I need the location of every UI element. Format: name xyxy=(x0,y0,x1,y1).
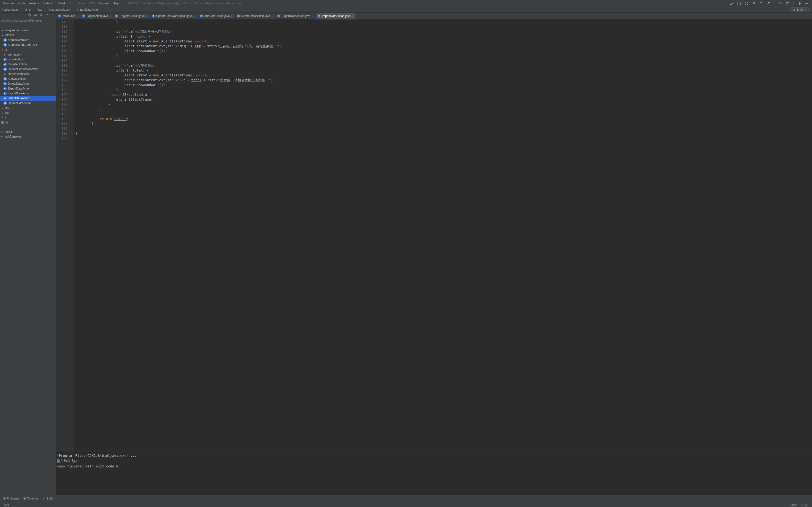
class-icon: C xyxy=(1,121,4,124)
tree-node-0[interactable]: ▸huajianquan.sims xyxy=(0,28,56,33)
tree-node-19[interactable]: Cain xyxy=(0,120,56,125)
package-icon: ▸ xyxy=(3,53,7,56)
locate-icon[interactable] xyxy=(28,13,31,17)
tree-node-14[interactable]: CSelectDataAction xyxy=(0,96,56,101)
separator xyxy=(774,1,774,5)
project-tree[interactable]: ▸huajianquan.sims▸ntrollerCAdminControll… xyxy=(0,27,56,139)
tree-node-9[interactable]: ▸studentworktask xyxy=(0,71,56,76)
menu-help[interactable]: Help xyxy=(111,2,121,5)
tree-node-5[interactable]: ▸admintask xyxy=(0,52,56,57)
tree-node-1[interactable]: ▸ntroller xyxy=(0,33,56,38)
gear-icon[interactable] xyxy=(45,13,49,17)
dots-icon[interactable] xyxy=(805,1,809,5)
svg-rect-8 xyxy=(24,497,26,500)
status-left: hua' xyxy=(2,503,11,506)
menu-tools[interactable]: Tools xyxy=(76,2,87,5)
code-content[interactable]: } str">"cm">//弹出学号已存在提示 if(str != null) … xyxy=(74,19,812,451)
tree-node-12[interactable]: CExportDataAction xyxy=(0,86,56,91)
close-icon[interactable]: × xyxy=(312,14,313,17)
pencil-icon[interactable] xyxy=(730,1,734,5)
tree-node-4[interactable]: ▸o xyxy=(0,47,56,52)
tree-node-2[interactable]: CAdminController xyxy=(0,38,56,43)
expand-icon[interactable] xyxy=(34,13,37,17)
close-icon[interactable]: × xyxy=(77,14,78,17)
tree-node-10[interactable]: CAddDataAction xyxy=(0,76,56,81)
separator xyxy=(793,1,794,5)
text-icon[interactable] xyxy=(759,1,763,5)
sound-icon[interactable] xyxy=(798,1,801,5)
arrow-out-icon[interactable] xyxy=(752,1,756,5)
menu-vcs[interactable]: VCS xyxy=(87,2,97,5)
square-icon[interactable] xyxy=(737,1,741,5)
circle-icon[interactable] xyxy=(745,1,748,5)
class-icon: C xyxy=(3,97,7,100)
tree-node-18[interactable]: ▸l xyxy=(0,115,56,120)
tab-loginaction[interactable]: CLoginAction.java× xyxy=(81,13,113,19)
tab-exportdataaction[interactable]: CExportDataAction.java× xyxy=(275,13,316,19)
tab-updatepasswordaction[interactable]: CUpdatePasswordAction.java× xyxy=(150,13,198,19)
crumb-1[interactable]: sims xyxy=(23,8,32,11)
run-console[interactable]: \Program Files\JDK1.8\bin\java.exe" ...据… xyxy=(56,451,812,495)
tree-node-20[interactable] xyxy=(0,125,56,129)
tw-problems[interactable]: Problems xyxy=(3,497,19,500)
crumb-4[interactable]: ImportDataAction xyxy=(76,8,101,11)
menu-analyze[interactable]: Analyze xyxy=(27,2,42,5)
tree-node-13[interactable]: CImportDataAction xyxy=(0,91,56,96)
bottom-toolwindow-bar: Problems Terminal Build xyxy=(0,495,812,502)
tree-node-17[interactable]: ▸nel xyxy=(0,110,56,115)
close-icon[interactable]: × xyxy=(146,14,148,17)
menu-navigate[interactable]: Navigate xyxy=(1,2,16,5)
crumb-2[interactable]: dao xyxy=(37,8,43,11)
status-line-ending[interactable]: CRLF xyxy=(799,503,810,506)
class-icon: C xyxy=(200,14,203,17)
menu-build[interactable]: Build xyxy=(56,2,67,5)
tab-main[interactable]: CMain.java× xyxy=(56,13,81,19)
tree-node-3[interactable]: CStudentWorkController xyxy=(0,43,56,47)
tree-node-6[interactable]: CLoginAction xyxy=(0,57,56,62)
titlebar-icon-group xyxy=(730,1,811,5)
close-icon[interactable]: × xyxy=(194,14,196,17)
menu-bar: Navigate Code Analyze Refactor Build Run… xyxy=(0,0,812,7)
tab-adddataaction[interactable]: CAddDataAction.java× xyxy=(198,13,235,19)
collapse-icon[interactable] xyxy=(40,13,43,17)
project-row[interactable] xyxy=(0,23,56,27)
tree-node-7[interactable]: CRegisterAction xyxy=(0,62,56,67)
menu-window[interactable]: Window xyxy=(97,2,111,5)
class-icon: C xyxy=(3,87,7,90)
tw-build[interactable]: Build xyxy=(43,497,53,500)
status-bar: hua' 18:15 CRLF xyxy=(0,502,812,507)
tab-registeraction[interactable]: CRegisterAction.java× xyxy=(113,13,150,19)
crumb-0[interactable]: huajianquan xyxy=(1,8,19,11)
run-config-dropdown[interactable]: ▶ Main ▼ xyxy=(791,7,810,12)
menu-refactor[interactable]: Refactor xyxy=(42,2,56,5)
code-editor[interactable]: 1101111121131141151161171181191201211221… xyxy=(56,19,812,451)
close-icon[interactable]: × xyxy=(231,14,233,17)
svg-point-4 xyxy=(808,3,808,4)
editor-tabbar[interactable]: CMain.java×CLoginAction.java×CRegisterAc… xyxy=(56,13,812,19)
tab-importdataaction[interactable]: CImportDataAction.java× xyxy=(316,13,356,19)
tree-node-16[interactable]: ▸tity xyxy=(0,106,56,110)
class-icon: C xyxy=(3,63,7,66)
package-icon: ▸ xyxy=(1,111,4,114)
fold-strip[interactable] xyxy=(71,19,74,451)
class-icon: C xyxy=(3,101,7,105)
crumb-3[interactable]: studentworktask xyxy=(48,8,71,11)
tree-node-15[interactable]: CUpdateDataAction xyxy=(0,101,56,106)
library-icon: ▸ xyxy=(1,135,4,138)
close-icon[interactable]: × xyxy=(271,14,273,17)
wand-icon[interactable] xyxy=(766,1,770,5)
menu-code[interactable]: Code xyxy=(16,2,27,5)
close-icon[interactable]: × xyxy=(109,14,111,17)
tw-terminal[interactable]: Terminal xyxy=(23,497,38,500)
tree-node-8[interactable]: CUpdatePasswordAction xyxy=(0,67,56,71)
menu-run[interactable]: Run xyxy=(67,2,76,5)
tree-node-22[interactable]: ▸nd Consoles xyxy=(0,134,56,139)
tab-deletedataaction[interactable]: CDeleteDataAction.java× xyxy=(235,13,275,19)
tree-node-11[interactable]: CDeleteDataAction xyxy=(0,81,56,86)
undo-icon[interactable] xyxy=(778,1,782,5)
tree-node-21[interactable]: ▸raries xyxy=(0,129,56,134)
editor-area: CMain.java×CLoginAction.java×CRegisterAc… xyxy=(56,13,812,495)
trash-icon[interactable] xyxy=(785,1,790,5)
close-icon[interactable]: × xyxy=(352,14,354,17)
minimize-icon[interactable] xyxy=(51,13,55,17)
